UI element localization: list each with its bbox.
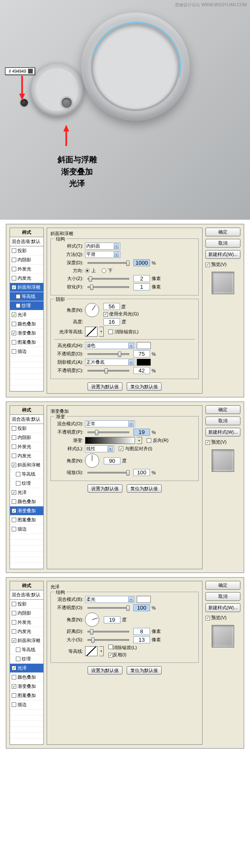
style-texture[interactable]: 纹理 xyxy=(10,479,43,488)
chevron-down-icon[interactable]: ▼ xyxy=(137,437,142,444)
chevron-down-icon[interactable]: ▼ xyxy=(99,327,104,337)
style-color-overlay[interactable]: 颜色叠加 xyxy=(10,320,43,329)
style-contour[interactable]: 等高线 xyxy=(10,292,43,301)
altitude-input[interactable] xyxy=(103,318,120,325)
style-bevel[interactable]: 斜面和浮雕 xyxy=(10,461,43,470)
opacity2-input[interactable] xyxy=(133,367,150,374)
invert-check[interactable] xyxy=(108,653,113,657)
shadow-color[interactable] xyxy=(137,359,151,366)
style-satin[interactable]: 光泽 xyxy=(10,310,43,320)
style-contour[interactable]: 等高线 xyxy=(10,645,43,655)
soft-slider[interactable] xyxy=(88,286,129,288)
new-style-button[interactable]: 新建样式(W)... xyxy=(205,603,240,612)
style-outer-glow[interactable]: 外发光 xyxy=(10,442,43,451)
size-slider[interactable] xyxy=(88,639,129,641)
ok-button[interactable]: 确定 xyxy=(205,228,240,236)
soft-input[interactable] xyxy=(133,283,150,290)
cancel-button[interactable]: 取消 xyxy=(205,239,240,248)
style-outer-glow[interactable]: 外发光 xyxy=(10,265,43,274)
dir-down-radio[interactable] xyxy=(102,268,106,273)
style-color-overlay[interactable]: 颜色叠加 xyxy=(10,673,43,682)
distance-slider[interactable] xyxy=(88,631,129,632)
distance-input[interactable] xyxy=(133,628,150,635)
opacity-input[interactable] xyxy=(133,604,150,611)
style-inner-shadow[interactable]: 内阴影 xyxy=(10,609,43,618)
highlight-select[interactable]: 滤色▼ xyxy=(85,342,135,349)
style-inner-shadow[interactable]: 内阴影 xyxy=(10,433,43,442)
style-contour[interactable]: 等高线 xyxy=(10,470,43,479)
style-satin[interactable]: 光泽 xyxy=(10,664,43,673)
grad-style-select[interactable]: 线性▼ xyxy=(85,445,114,452)
style-stroke[interactable]: 描边 xyxy=(10,347,43,356)
style-outer-glow[interactable]: 外发光 xyxy=(10,618,43,627)
style-gradient-overlay[interactable]: 渐变叠加 xyxy=(10,682,43,691)
angle-dial[interactable] xyxy=(85,613,99,627)
depth-slider[interactable] xyxy=(88,262,129,264)
reset-default-button[interactable]: 复位为默认值 xyxy=(127,382,162,391)
style-satin[interactable]: 光泽 xyxy=(10,488,43,497)
size-input[interactable] xyxy=(133,275,150,282)
style-color-overlay[interactable]: 颜色叠加 xyxy=(10,497,43,506)
reverse-check[interactable] xyxy=(147,438,151,443)
set-default-button[interactable]: 设置为默认值 xyxy=(88,484,122,493)
blend-select[interactable]: 正常▼ xyxy=(85,420,135,427)
style-pattern-overlay[interactable]: 图案叠加 xyxy=(10,691,43,700)
style-stroke[interactable]: 描边 xyxy=(10,700,43,709)
style-inner-shadow[interactable]: 内阴影 xyxy=(10,255,43,265)
style-drop-shadow[interactable]: 投影 xyxy=(10,600,43,609)
style-inner-glow[interactable]: 内发光 xyxy=(10,627,43,636)
cancel-button[interactable]: 取消 xyxy=(205,592,240,601)
blend-options[interactable]: 混合选项:默认 xyxy=(10,415,43,424)
style-bevel[interactable]: 斜面和浮雕 xyxy=(10,283,43,292)
antialias-check[interactable] xyxy=(108,645,113,649)
preview-check[interactable] xyxy=(205,440,210,445)
global-light-check[interactable] xyxy=(103,312,108,317)
style-gradient-overlay[interactable]: 渐变叠加 xyxy=(10,329,43,338)
style-drop-shadow[interactable]: 投影 xyxy=(10,246,43,255)
highlight-color[interactable] xyxy=(137,342,151,349)
contour-swatch[interactable] xyxy=(85,327,98,337)
style-stroke[interactable]: 描边 xyxy=(10,525,43,534)
scale-slider[interactable] xyxy=(88,472,129,474)
color-swatch[interactable] xyxy=(137,596,151,603)
reset-default-button[interactable]: 复位为默认值 xyxy=(127,666,162,675)
set-default-button[interactable]: 设置为默认值 xyxy=(88,666,122,675)
style-select[interactable]: 内斜面▼ xyxy=(85,243,120,250)
ok-button[interactable]: 确定 xyxy=(205,405,240,414)
ok-button[interactable]: 确定 xyxy=(205,581,240,590)
blend-select[interactable]: 柔光▼ xyxy=(85,596,135,603)
style-inner-glow[interactable]: 内发光 xyxy=(10,451,43,461)
opacity-input[interactable] xyxy=(133,350,150,357)
blend-options[interactable]: 混合选项:默认 xyxy=(10,590,43,600)
angle-input[interactable] xyxy=(104,616,120,623)
gradient-swatch[interactable] xyxy=(85,437,135,444)
angle-dial[interactable] xyxy=(85,454,99,468)
contour-swatch[interactable] xyxy=(85,646,98,656)
set-default-button[interactable]: 设置为默认值 xyxy=(88,382,122,391)
dir-up-radio[interactable] xyxy=(85,268,90,273)
cancel-button[interactable]: 取消 xyxy=(205,417,240,425)
align-layer-check[interactable] xyxy=(119,446,123,451)
reset-default-button[interactable]: 复位为默认值 xyxy=(127,484,162,493)
opacity-slider[interactable] xyxy=(88,353,129,355)
opacity-slider[interactable] xyxy=(88,607,129,609)
size-input[interactable] xyxy=(133,636,150,643)
opacity2-slider[interactable] xyxy=(88,370,129,372)
new-style-button[interactable]: 新建样式(W)... xyxy=(205,428,240,436)
angle-input[interactable] xyxy=(103,303,120,310)
style-pattern-overlay[interactable]: 图案叠加 xyxy=(10,516,43,525)
angle-input[interactable] xyxy=(104,457,120,464)
style-pattern-overlay[interactable]: 图案叠加 xyxy=(10,338,43,347)
angle-dial[interactable] xyxy=(85,303,99,317)
depth-input[interactable] xyxy=(133,259,150,266)
preview-check[interactable] xyxy=(205,263,210,267)
shadow-select[interactable]: 正片叠底▼ xyxy=(85,359,135,366)
style-drop-shadow[interactable]: 投影 xyxy=(10,424,43,433)
method-select[interactable]: 平滑▼ xyxy=(85,251,120,258)
style-texture[interactable]: 纹理 xyxy=(10,301,43,310)
opacity-input[interactable] xyxy=(133,429,150,436)
style-bevel[interactable]: 斜面和浮雕 xyxy=(10,636,43,645)
chevron-down-icon[interactable]: ▼ xyxy=(99,646,104,656)
opacity-slider[interactable] xyxy=(88,432,129,433)
blend-options[interactable]: 混合选项:默认 xyxy=(10,237,43,246)
